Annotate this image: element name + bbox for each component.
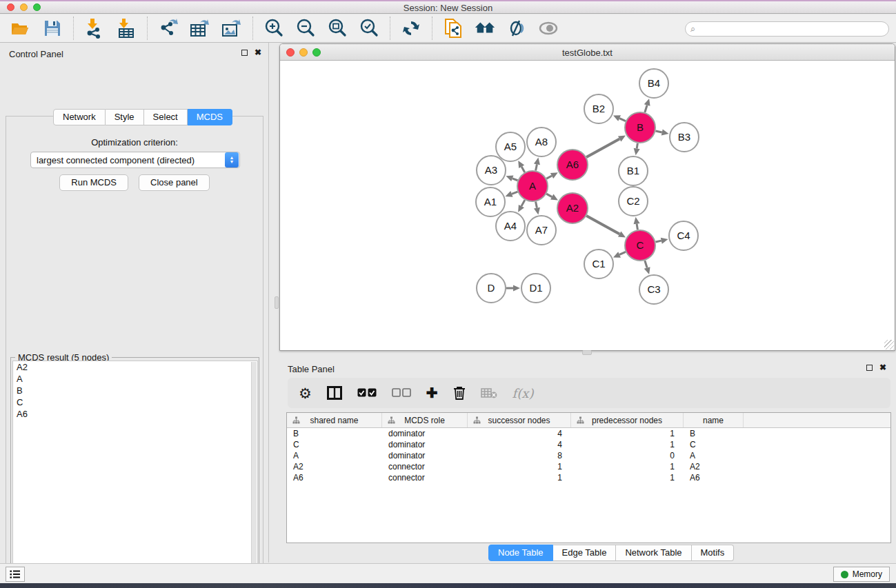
table-row[interactable]: Adominator80A [287, 450, 890, 461]
criterion-dropdown[interactable]: largest connected component (directed) ▲… [30, 152, 240, 168]
window-resize-grip[interactable] [884, 340, 894, 349]
table-row[interactable]: A2connector11A2 [287, 461, 890, 472]
table-cell[interactable]: 8 [468, 450, 571, 461]
split-columns-icon[interactable] [327, 386, 342, 400]
mcds-result-list[interactable]: A2ABCA6 [12, 361, 258, 588]
table-cell[interactable]: B [684, 428, 744, 439]
table-cell[interactable]: A2 [684, 461, 744, 472]
graph-edge[interactable] [536, 202, 537, 208]
select-all-columns-icon[interactable] [357, 388, 377, 398]
tab-mcds[interactable]: MCDS [188, 109, 232, 125]
export-image-icon[interactable] [221, 18, 243, 39]
graph-edge[interactable] [521, 167, 525, 172]
table-settings-gear-icon[interactable]: ⚙ [299, 386, 312, 401]
table-cell[interactable]: A6 [287, 472, 382, 483]
graphics-details-icon[interactable] [506, 18, 528, 39]
tab-edge-table[interactable]: Edge Table [553, 545, 617, 561]
home-browser-icon[interactable] [474, 18, 496, 39]
table-cell[interactable]: 1 [571, 428, 684, 439]
tab-network[interactable]: Network [53, 109, 106, 125]
table-cell[interactable]: A [287, 450, 382, 461]
table-cell[interactable]: A6 [684, 472, 744, 483]
graph-edge[interactable] [655, 241, 661, 242]
mcds-result-item[interactable]: B [13, 385, 257, 396]
graph-edge[interactable] [586, 216, 619, 234]
node-table[interactable]: shared nameMCDS rolesuccessor nodesprede… [286, 412, 891, 543]
vertical-splitter-handle[interactable] [275, 296, 279, 309]
graph-edge[interactable] [546, 176, 552, 179]
table-cell[interactable]: dominator [382, 450, 468, 461]
network-canvas[interactable]: B4B2BB3A8A5A6A3B1AA1C2A2A4A7C4CC1C3DD1 [280, 61, 895, 349]
tab-style[interactable]: Style [106, 109, 144, 125]
table-row[interactable]: A6connector11A6 [287, 472, 890, 483]
table-cell[interactable]: 1 [571, 472, 684, 483]
import-table-icon[interactable] [115, 18, 137, 39]
zoom-out-icon[interactable] [295, 18, 317, 39]
function-builder-fx-icon[interactable]: f(x) [512, 386, 534, 401]
graph-edge[interactable] [586, 139, 619, 156]
search-input[interactable] [698, 23, 888, 35]
result-scrollbar[interactable] [251, 362, 257, 588]
graph-edge[interactable] [645, 105, 647, 112]
tab-motifs[interactable]: Motifs [692, 545, 735, 561]
graph-edge[interactable] [645, 261, 647, 268]
graph-edge[interactable] [536, 164, 537, 170]
column-header-name[interactable]: name [684, 413, 744, 427]
table-cell[interactable]: dominator [382, 428, 468, 439]
mcds-result-item[interactable]: A [13, 373, 257, 385]
mcds-result-item[interactable]: C [13, 396, 257, 408]
column-header-predecessor-nodes[interactable]: predecessor nodes [571, 413, 684, 427]
network-graph[interactable]: B4B2BB3A8A5A6A3B1AA1C2A2A4A7C4CC1C3DD1 [280, 61, 895, 349]
network-window-titlebar[interactable]: testGlobe.txt [280, 44, 895, 61]
zoom-selected-icon[interactable] [358, 18, 380, 39]
float-panel-icon[interactable] [241, 50, 248, 56]
graph-edge[interactable] [512, 179, 518, 181]
table-cell[interactable]: 0 [571, 450, 684, 461]
table-row[interactable]: Bdominator41B [287, 428, 890, 439]
table-cell[interactable]: B [287, 428, 382, 439]
column-header-MCDS-role[interactable]: MCDS role [382, 413, 468, 427]
table-cell[interactable]: connector [382, 461, 468, 472]
add-column-plus-icon[interactable]: ✚ [426, 385, 438, 401]
clone-network-icon[interactable] [442, 18, 464, 39]
table-cell[interactable]: A [684, 450, 744, 461]
column-header-successor-nodes[interactable]: successor nodes [468, 413, 571, 427]
apply-layout-refresh-icon[interactable] [400, 18, 422, 39]
table-cell[interactable]: C [287, 439, 382, 450]
save-session-icon[interactable] [41, 18, 63, 39]
table-cell[interactable]: connector [382, 472, 468, 483]
graph-edge[interactable] [546, 194, 552, 196]
table-row[interactable]: Cdominator41C [287, 439, 890, 450]
delete-column-trash-icon[interactable] [453, 386, 466, 401]
tab-node-table[interactable]: Node Table [488, 545, 553, 561]
tab-select[interactable]: Select [144, 109, 188, 125]
deselect-all-columns-icon[interactable] [392, 388, 411, 398]
graph-edge[interactable] [619, 119, 626, 121]
close-panel-icon[interactable]: ✖ [255, 49, 261, 56]
graph-edge[interactable] [637, 224, 637, 230]
open-session-icon[interactable] [10, 18, 32, 39]
zoom-fit-icon[interactable] [326, 18, 348, 39]
table-cell[interactable]: 1 [468, 472, 571, 483]
float-table-panel-icon[interactable] [866, 365, 873, 371]
search-field[interactable]: ⌕ [685, 21, 889, 37]
table-cell[interactable]: 1 [468, 461, 571, 472]
mcds-result-item[interactable]: A2 [13, 361, 257, 373]
hide-details-eye-icon[interactable] [537, 18, 559, 39]
delete-table-icon[interactable] [481, 387, 497, 398]
export-network-icon[interactable] [157, 18, 179, 39]
table-cell[interactable]: dominator [382, 439, 468, 450]
close-table-panel-icon[interactable]: ✖ [879, 364, 886, 371]
tab-network-table[interactable]: Network Table [616, 545, 691, 561]
table-cell[interactable]: 4 [468, 439, 571, 450]
column-header-shared-name[interactable]: shared name [287, 413, 382, 427]
table-cell[interactable]: C [684, 439, 744, 450]
mcds-result-item[interactable]: A6 [13, 408, 257, 420]
table-cell[interactable]: A2 [287, 461, 382, 472]
graph-edge[interactable] [521, 200, 525, 206]
import-network-icon[interactable] [83, 18, 106, 39]
run-mcds-button[interactable]: Run MCDS [59, 174, 128, 191]
horizontal-splitter-handle[interactable] [582, 350, 592, 355]
table-cell[interactable]: 4 [468, 428, 571, 439]
graph-edge[interactable] [619, 252, 626, 254]
